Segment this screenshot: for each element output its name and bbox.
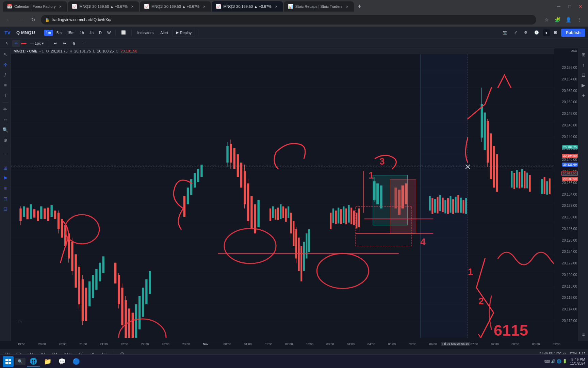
timeframe-4h[interactable]: 4h bbox=[87, 30, 96, 36]
color-picker[interactable] bbox=[21, 43, 27, 44]
dark-mode-button[interactable]: ● bbox=[543, 29, 550, 36]
main-content: ↖ ✛ / ≡ T ✏ ↔ 🔍 ⊕ ⋯ ⊞ ⚑ ≡ ⊡ ⊟ MNQ1! • CM… bbox=[0, 48, 588, 341]
time-axis: 19:50 20:00 20:30 21:00 21:30 22:00 22:3… bbox=[0, 341, 588, 349]
timeframe-1m[interactable]: 1m bbox=[44, 30, 53, 36]
tab-close-mnq2[interactable]: ✕ bbox=[130, 4, 135, 9]
tool-time[interactable]: ⊡ bbox=[1, 194, 10, 203]
tab-close-mnq4[interactable]: ✕ bbox=[274, 4, 279, 9]
tab-mnq4-active[interactable]: 📈 MNQ1! 20,169.50 ▲ +0.67% ✕ bbox=[212, 1, 283, 12]
drawing-toolbar: ↖ ✏ — 1px ▾ ↩ ↪ 🗑 ⋯ bbox=[0, 39, 588, 48]
url-bar[interactable]: 🔒 tradingview.com/chart/tQtbwhXq/ bbox=[41, 15, 536, 25]
taskbar-explorer[interactable]: 📁 bbox=[41, 356, 54, 367]
tool-measure[interactable]: ↔ bbox=[1, 115, 10, 124]
taskbar-chat[interactable]: 💬 bbox=[55, 356, 68, 367]
right-tool-1[interactable]: ⊞ bbox=[579, 50, 588, 59]
settings-gear-button[interactable]: ⚙ bbox=[521, 29, 530, 36]
svg-rect-89 bbox=[288, 206, 289, 218]
tool-zoom[interactable]: 🔍 bbox=[1, 125, 10, 135]
timeframe-5m[interactable]: 5m bbox=[54, 30, 64, 36]
tool-data[interactable]: ⊟ bbox=[1, 204, 10, 214]
right-tool-4[interactable]: ▶ bbox=[579, 80, 588, 90]
taskbar-chrome[interactable]: 🌐 bbox=[27, 356, 40, 367]
timeframe-15m[interactable]: 15m bbox=[65, 30, 76, 36]
replay-button[interactable]: ▶ Replay bbox=[172, 29, 195, 36]
svg-rect-106 bbox=[345, 209, 347, 224]
tool-line[interactable]: / bbox=[1, 70, 10, 80]
screenshot-button[interactable]: 📷 bbox=[500, 29, 510, 36]
cursor-tool[interactable]: ↖ bbox=[3, 40, 11, 47]
indicators-button[interactable]: Indicators bbox=[134, 29, 156, 36]
tool-fib[interactable]: ≡ bbox=[1, 80, 10, 90]
chart-area[interactable]: MNQ1! • CME • 1 O20,101.75 H20,101.75 L2… bbox=[11, 48, 554, 341]
chart-type-button[interactable]: ⬜ bbox=[118, 29, 129, 36]
right-tool-bottom[interactable]: ≡ bbox=[579, 330, 588, 339]
line-width-selector[interactable]: — 1px ▾ bbox=[27, 40, 47, 47]
layout-button[interactable]: ⊞ bbox=[551, 29, 560, 36]
lock-icon: 🔒 bbox=[45, 18, 50, 22]
profile-button[interactable]: 👤 bbox=[564, 15, 573, 25]
extensions-button[interactable]: 🧩 bbox=[553, 15, 562, 25]
svg-rect-155 bbox=[541, 179, 543, 194]
right-tool-3[interactable]: ⊟ bbox=[579, 70, 588, 80]
tab-close-calendar[interactable]: ✕ bbox=[58, 4, 63, 9]
tool-magnet[interactable]: ⊕ bbox=[1, 135, 10, 145]
edge-icon: 🔵 bbox=[72, 358, 80, 365]
tool-cursor[interactable]: ↖ bbox=[1, 50, 10, 59]
time-0330: 03:30 bbox=[326, 342, 334, 346]
tool-more[interactable]: ⋯ bbox=[1, 149, 10, 159]
more-button[interactable]: ⋮ bbox=[574, 15, 584, 25]
minimize-button[interactable]: ─ bbox=[554, 2, 564, 11]
maximize-button[interactable]: □ bbox=[565, 2, 574, 11]
pen-tool[interactable]: ✏ bbox=[12, 40, 20, 47]
tab-mnq3[interactable]: 📈 MNQ1! 20,169.50 ▲ +0.67% ✕ bbox=[140, 1, 211, 12]
clock-button[interactable]: 🕐 bbox=[532, 29, 542, 36]
taskbar-browser2[interactable]: 🔵 bbox=[70, 356, 83, 367]
current-price: 20,092.00 bbox=[561, 171, 578, 176]
tab-mnq2[interactable]: 📈 MNQ1! 20,169.50 ▲ +0.67% ✕ bbox=[68, 1, 139, 12]
right-tool-2[interactable]: ↕ bbox=[579, 60, 588, 70]
fullscreen-button[interactable]: ⤢ bbox=[511, 29, 520, 36]
timeframe-w[interactable]: W bbox=[105, 30, 113, 36]
tab-favicon-stoic: 📊 bbox=[288, 4, 293, 9]
tab-stoic[interactable]: 📊 Stoic Recaps | Stoic Traders ✕ bbox=[284, 1, 354, 12]
forward-button[interactable]: → bbox=[16, 15, 26, 25]
timeframe-1h[interactable]: 1h bbox=[78, 30, 86, 36]
redo-button[interactable]: ↪ bbox=[60, 40, 69, 47]
time-0200: 02:00 bbox=[285, 342, 293, 346]
start-button[interactable] bbox=[3, 356, 14, 367]
tool-watchlist[interactable]: ≡ bbox=[1, 184, 10, 193]
svg-rect-147 bbox=[511, 171, 512, 188]
tool-divider1 bbox=[2, 102, 9, 103]
browser-actions: ☆ 🧩 👤 ⋮ bbox=[542, 15, 584, 25]
price-level-19: 20,120.00 bbox=[562, 273, 577, 276]
publish-button[interactable]: Publish bbox=[561, 29, 585, 37]
tab-close-mnq3[interactable]: ✕ bbox=[201, 4, 207, 9]
tool-alerts[interactable]: ⚑ bbox=[1, 173, 10, 183]
bookmark-button[interactable]: ☆ bbox=[542, 15, 551, 25]
more-tools-button[interactable]: ⋯ bbox=[79, 40, 88, 47]
refresh-button[interactable]: ↻ bbox=[29, 15, 38, 25]
right-tool-5[interactable]: + bbox=[579, 91, 588, 100]
close-window-button[interactable]: ✕ bbox=[576, 2, 585, 11]
timeframe-d[interactable]: D bbox=[97, 30, 104, 36]
tool-text[interactable]: T bbox=[1, 91, 10, 100]
svg-rect-103 bbox=[338, 208, 339, 223]
tool-brush[interactable]: ✏ bbox=[1, 105, 10, 114]
price-level-1: 20,156.00 bbox=[562, 66, 577, 70]
back-button[interactable]: ← bbox=[4, 15, 14, 25]
tab-close-stoic[interactable]: ✕ bbox=[344, 4, 350, 9]
tool-crosshair[interactable]: ✛ bbox=[1, 60, 10, 70]
tray-icons: ⌨ 🔊 🌐 🔋 bbox=[544, 359, 567, 364]
time-2200: 22:00 bbox=[120, 342, 128, 346]
chart-canvas[interactable]: 1 1 2 3 4 6115 bbox=[11, 54, 554, 338]
alert-button[interactable]: Alert bbox=[158, 29, 171, 36]
search-taskbar[interactable]: 🔍 bbox=[15, 358, 26, 365]
time-0400: 04:00 bbox=[347, 342, 355, 346]
undo-button[interactable]: ↩ bbox=[51, 40, 60, 47]
symbol-selector[interactable]: Q MNQ1! bbox=[14, 29, 38, 36]
time-0830: 08:30 bbox=[532, 342, 540, 346]
tab-calendar[interactable]: 📅 Calendar | Forex Factory ✕ bbox=[3, 1, 67, 12]
new-tab-button[interactable]: + bbox=[355, 2, 364, 11]
clear-drawings-button[interactable]: 🗑 bbox=[69, 41, 79, 47]
tool-layers[interactable]: ⊞ bbox=[1, 163, 10, 173]
